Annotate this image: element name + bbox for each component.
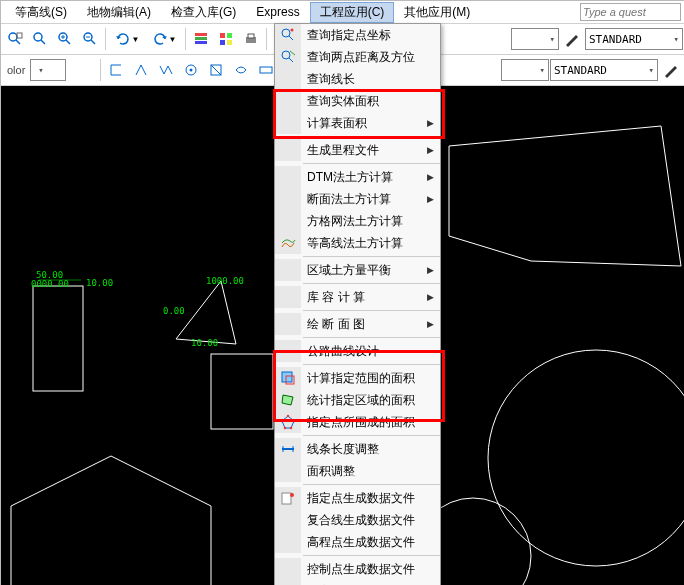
menu-item[interactable]: 查询线长 (275, 68, 440, 90)
svg-rect-17 (220, 40, 225, 45)
menu-item[interactable]: 区域土方量平衡▶ (275, 259, 440, 281)
svg-rect-50 (282, 372, 292, 382)
menu-item-label: 查询线长 (301, 71, 440, 88)
style-combo-1[interactable]: STANDARD▾ (585, 28, 683, 50)
menu-item[interactable]: 面积调整 (275, 460, 440, 482)
svg-rect-12 (195, 33, 207, 36)
menu-item-label: 线条长度调整 (301, 441, 440, 458)
svg-point-56 (290, 427, 292, 429)
redo-icon[interactable]: ▼ (146, 27, 182, 51)
svg-point-44 (282, 29, 290, 37)
color-combo[interactable]: ▾ (30, 59, 66, 81)
zoom-in-icon[interactable] (53, 27, 77, 51)
menu-item-label: DTM法土方计算 (301, 169, 440, 186)
standard-label-1: STANDARD (589, 33, 642, 46)
menu-other-apps[interactable]: 其他应用(M) (394, 2, 480, 23)
svg-rect-16 (227, 33, 232, 38)
menu-item-icon (275, 112, 301, 134)
t2-icon-6[interactable] (229, 58, 253, 82)
submenu-arrow-icon: ▶ (427, 172, 434, 182)
menu-item-label: 区域土方量平衡 (301, 262, 440, 279)
menu-separator (303, 484, 440, 485)
menu-item[interactable]: 查询实体面积 (275, 90, 440, 112)
t2-icon-3[interactable] (154, 58, 178, 82)
dim-text: 0.00 (163, 306, 185, 316)
t2-icon-4[interactable] (179, 58, 203, 82)
menu-separator (303, 310, 440, 311)
menu-item-label: 指定点所围成的面积 (301, 414, 440, 431)
layer-props-icon[interactable] (189, 27, 213, 51)
menu-item[interactable]: 指定点所围成的面积 (275, 411, 440, 433)
menu-item[interactable]: 查询两点距离及方位 (275, 46, 440, 68)
menu-check-db[interactable]: 检查入库(G) (161, 2, 246, 23)
zoom-window-icon[interactable] (3, 27, 27, 51)
engineering-menu: 查询指定点坐标查询两点距离及方位查询线长查询实体面积计算表面积▶生成里程文件▶D… (274, 23, 441, 585)
menu-item-icon (275, 210, 301, 232)
t2-icon-5[interactable] (204, 58, 228, 82)
zoom-extents-icon[interactable] (28, 27, 52, 51)
menu-item-label: 查询实体面积 (301, 93, 440, 110)
undo-icon[interactable]: ▼ (109, 27, 145, 51)
svg-point-63 (290, 493, 294, 497)
menu-object-edit[interactable]: 地物编辑(A) (77, 2, 161, 23)
svg-line-30 (211, 65, 221, 75)
swatch-icon[interactable] (560, 27, 584, 51)
menu-item-icon (275, 509, 301, 531)
dim-text: 10.00 (191, 338, 218, 348)
menu-item[interactable]: 等高线法土方计算 (275, 232, 440, 254)
menu-item[interactable]: 库 容 计 算▶ (275, 286, 440, 308)
menu-express[interactable]: Express (246, 3, 309, 21)
zoom-out-icon[interactable] (78, 27, 102, 51)
menu-item[interactable]: 方格网法土方计算 (275, 210, 440, 232)
menu-item-icon (275, 46, 301, 68)
menu-item-icon (275, 438, 301, 460)
color-label: olor (3, 64, 29, 76)
menu-item[interactable]: 绘 断 面 图▶ (275, 313, 440, 335)
menu-separator (303, 136, 440, 137)
menu-engineering[interactable]: 工程应用(C) (310, 2, 395, 23)
menu-item-icon (275, 24, 301, 46)
swatch2-icon[interactable] (659, 58, 683, 82)
t2-icon-2[interactable] (129, 58, 153, 82)
svg-line-4 (41, 40, 45, 44)
svg-marker-52 (282, 395, 293, 405)
menu-item[interactable]: 计算表面积▶ (275, 112, 440, 134)
menu-item[interactable]: DTM法土方计算▶ (275, 166, 440, 188)
svg-line-48 (289, 58, 293, 62)
menu-item-label: 生成里程文件 (301, 142, 440, 159)
menu-item-label: 面积调整 (301, 463, 440, 480)
svg-point-47 (282, 51, 290, 59)
submenu-arrow-icon: ▶ (427, 118, 434, 128)
menu-item[interactable]: 统计指定区域的面积 (275, 389, 440, 411)
block-icon[interactable] (214, 27, 238, 51)
combo-unknown1[interactable]: ▾ (511, 28, 559, 50)
menu-item[interactable]: 断面法土方计算▶ (275, 188, 440, 210)
menu-item[interactable]: 公路曲线设计 (275, 340, 440, 362)
menu-item[interactable]: 复合线生成数据文件 (275, 509, 440, 531)
menu-item[interactable]: 高程点生成数据文件 (275, 531, 440, 553)
print-icon[interactable] (239, 27, 263, 51)
submenu-arrow-icon: ▶ (427, 292, 434, 302)
dim-text: 0000.00 (31, 279, 69, 289)
svg-rect-37 (33, 286, 83, 391)
t2-icon-1[interactable] (104, 58, 128, 82)
menu-item-label: 查询两点距离及方位 (301, 49, 440, 66)
svg-marker-53 (282, 416, 294, 428)
svg-rect-2 (17, 33, 22, 38)
menu-item-icon (275, 340, 301, 362)
menu-item[interactable]: 线条长度调整 (275, 438, 440, 460)
svg-point-46 (291, 29, 294, 32)
menu-item[interactable]: 等高线生成数据文件 (275, 580, 440, 585)
menu-item[interactable]: 查询指定点坐标 (275, 24, 440, 46)
help-search-input[interactable] (580, 3, 681, 21)
menu-item-label: 复合线生成数据文件 (301, 512, 440, 529)
menu-item-label: 绘 断 面 图 (301, 316, 440, 333)
combo-unknown2[interactable]: ▾ (501, 59, 549, 81)
menu-item[interactable]: 控制点生成数据文件 (275, 558, 440, 580)
menu-item[interactable]: 计算指定范围的面积 (275, 367, 440, 389)
menu-item-label: 查询指定点坐标 (301, 27, 440, 44)
menu-item[interactable]: 指定点生成数据文件 (275, 487, 440, 509)
style-combo-2[interactable]: STANDARD▾ (550, 59, 658, 81)
menu-item[interactable]: 生成里程文件▶ (275, 139, 440, 161)
menu-contour[interactable]: 等高线(S) (5, 2, 77, 23)
